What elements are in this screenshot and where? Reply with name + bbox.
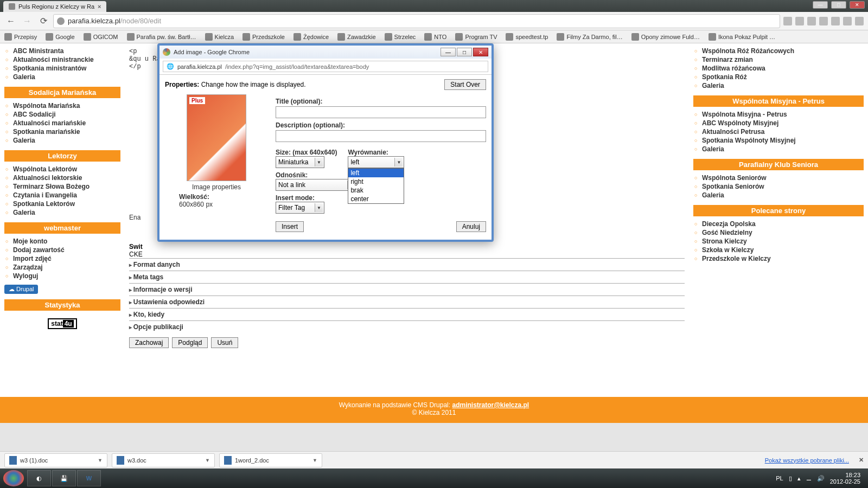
chevron-down-icon[interactable]: ▼ <box>205 458 210 463</box>
bookmark-item[interactable]: Google <box>46 33 74 41</box>
sidebar-item[interactable]: Spotkania Seniorów <box>702 182 864 191</box>
reload-button[interactable]: ⟳ <box>37 15 50 28</box>
download-item[interactable]: w3.doc▼ <box>112 453 215 467</box>
sidebar-item[interactable]: Przedszkole w Kielczy <box>702 254 864 263</box>
tray-lang[interactable]: PL <box>776 475 783 481</box>
bookmark-item[interactable]: Opony zimowe Fuld… <box>631 33 700 41</box>
mode-select[interactable]: Filter Tag <box>276 202 324 214</box>
tray-chevron-icon[interactable]: ▴ <box>797 475 801 482</box>
sidebar-item[interactable]: Spotkania mariańskie <box>13 127 120 136</box>
drupal-badge[interactable]: ☁ Drupal <box>4 285 38 294</box>
wrench-icon[interactable] <box>855 17 864 25</box>
sidebar-item[interactable]: Galeria <box>13 136 120 145</box>
sidebar-item[interactable]: ABC Sodalicji <box>13 110 120 119</box>
fieldset-toggle[interactable]: Informacje o wersji <box>129 283 685 296</box>
sidebar-item[interactable]: Terminarz Słowa Bożego <box>13 182 120 191</box>
align-option[interactable]: center <box>348 195 404 203</box>
back-button[interactable]: ← <box>4 15 17 28</box>
sidebar-item[interactable]: Import zdjęć <box>13 254 120 263</box>
save-button[interactable]: Zachowaj <box>129 337 169 348</box>
description-input[interactable] <box>276 130 486 142</box>
sidebar-item[interactable]: Wspólnota Misyjna - Petrus <box>702 110 864 119</box>
sidebar-item[interactable]: Spotkania ministrantów <box>13 64 120 73</box>
delete-button[interactable]: Usuń <box>211 337 238 348</box>
sidebar-item[interactable]: Gość Niedzielny <box>702 228 864 237</box>
sidebar-item[interactable]: Spotkania Róż <box>702 73 864 81</box>
toolbar-icon[interactable] <box>831 17 840 25</box>
sidebar-item[interactable]: Galeria <box>702 145 864 153</box>
bookmark-item[interactable]: Kielcza <box>205 33 234 41</box>
sidebar-item[interactable]: Galeria <box>702 191 864 200</box>
sidebar-item[interactable]: Aktualności lektorskie <box>13 174 120 182</box>
toolbar-icon[interactable] <box>807 17 816 25</box>
tray-flag-icon[interactable]: ▯ <box>789 475 792 482</box>
popup-minimize-button[interactable]: — <box>441 48 456 56</box>
bookmark-item[interactable]: Strzelec <box>385 33 416 41</box>
bookmark-item[interactable]: Parafia pw. św. Bartł… <box>127 33 196 41</box>
popup-close-button[interactable]: ✕ <box>473 48 488 56</box>
chevron-down-icon[interactable]: ▼ <box>312 458 317 463</box>
sidebar-item[interactable]: Modlitwa różańcowa <box>702 64 864 73</box>
fieldset-toggle[interactable]: Opcje publikacji <box>129 320 685 333</box>
window-close-button[interactable]: ✕ <box>850 1 865 9</box>
browser-tab[interactable]: Puls Regionu z Kielczy w Ra × <box>3 1 106 12</box>
downloads-close-icon[interactable]: ✕ <box>859 457 864 464</box>
fieldset-toggle[interactable]: Format danych <box>129 258 685 271</box>
sidebar-item[interactable]: Terminarz zmian <box>702 55 864 64</box>
forward-button[interactable]: → <box>21 15 34 28</box>
sidebar-item[interactable]: Moje konto <box>13 237 120 246</box>
toolbar-icon[interactable] <box>795 17 804 25</box>
start-over-button[interactable]: Start Over <box>444 79 486 90</box>
sidebar-item[interactable]: Aktualności ministranckie <box>13 55 120 64</box>
toolbar-icon[interactable] <box>843 17 852 25</box>
window-maximize-button[interactable]: □ <box>831 1 846 9</box>
sidebar-item[interactable]: Galeria <box>702 81 864 90</box>
taskbar-save-icon[interactable]: 💾 <box>52 470 76 486</box>
sidebar-item[interactable]: Zarządzaj <box>13 263 120 272</box>
bookmark-item[interactable]: Zawadzkie <box>337 33 376 41</box>
size-select[interactable]: Miniaturka <box>276 156 324 168</box>
taskbar-chrome-icon[interactable]: ◐ <box>27 470 51 486</box>
fieldset-toggle[interactable]: Ustawienia odpowiedzi <box>129 296 685 308</box>
bookmark-item[interactable]: speedtest.tp <box>506 33 548 41</box>
align-option[interactable]: right <box>348 177 404 186</box>
start-button[interactable] <box>3 470 24 486</box>
tab-close-icon[interactable]: × <box>98 3 101 10</box>
stat4u-badge[interactable]: stat4u <box>48 318 76 329</box>
sidebar-item[interactable]: Wspólnota Lektorów <box>13 165 120 174</box>
title-input[interactable] <box>276 106 486 118</box>
footer-email-link[interactable]: administrator@kielcza.pl <box>452 401 529 409</box>
sidebar-item[interactable]: Galeria <box>13 208 120 217</box>
bookmark-item[interactable]: OGICOM <box>84 33 118 41</box>
fieldset-toggle[interactable]: Meta tags <box>129 271 685 283</box>
sidebar-item[interactable]: Aktualności Petrusa <box>702 127 864 136</box>
download-item[interactable]: w3 (1).doc▼ <box>4 453 107 467</box>
cancel-button[interactable]: Anuluj <box>456 221 486 232</box>
sidebar-item[interactable]: ABC Ministranta <box>13 47 120 55</box>
popup-maximize-button[interactable]: □ <box>457 48 472 56</box>
sidebar-item[interactable]: Aktualności mariańskie <box>13 119 120 127</box>
bookmark-item[interactable]: Ikona Pokaz Pulpit … <box>709 33 775 41</box>
sidebar-item[interactable]: Wspólnota Mariańska <box>13 101 120 110</box>
toolbar-icon[interactable] <box>783 17 792 25</box>
show-all-downloads-link[interactable]: Pokaż wszystkie pobrane pliki... <box>765 457 849 464</box>
tray-sound-icon[interactable]: 🔊 <box>817 475 825 482</box>
chevron-down-icon[interactable]: ▼ <box>98 458 103 463</box>
bookmark-item[interactable]: Żędowice <box>293 33 329 41</box>
sidebar-item[interactable]: Dodaj zawartość <box>13 246 120 254</box>
popup-address-bar[interactable]: 🌐 parafia.kielcza.pl/index.php?q=img_ass… <box>163 61 488 72</box>
link-select[interactable]: Not a link <box>276 179 357 191</box>
bookmark-item[interactable]: NTO <box>424 33 446 41</box>
window-minimize-button[interactable]: — <box>813 1 828 9</box>
sidebar-item[interactable]: Spotkania Wspólnoty Misyjnej <box>702 136 864 145</box>
sidebar-item[interactable]: ABC Wspólnoty Misyjnej <box>702 119 864 127</box>
sidebar-item[interactable]: Spotkania Lektorów <box>13 200 120 208</box>
fieldset-toggle[interactable]: Kto, kiedy <box>129 308 685 320</box>
tray-network-icon[interactable]: ⚊ <box>806 475 812 482</box>
sidebar-item[interactable]: Wyloguj <box>13 272 120 280</box>
bookmark-item[interactable]: Filmy Za Darmo, fil… <box>557 33 622 41</box>
bookmark-item[interactable]: Przedszkole <box>242 33 285 41</box>
taskbar-word-icon[interactable]: W <box>77 470 101 486</box>
sidebar-item[interactable]: Galeria <box>13 73 120 81</box>
align-option[interactable]: left <box>348 169 404 177</box>
